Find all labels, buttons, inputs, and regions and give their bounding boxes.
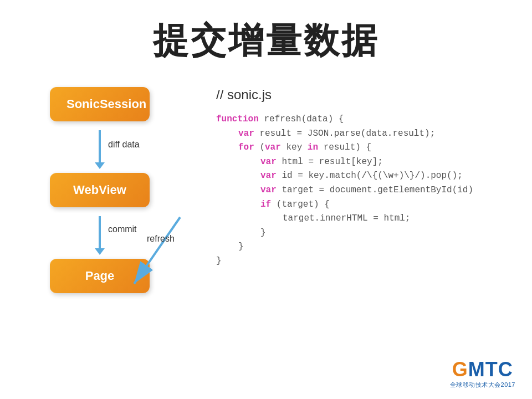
webview-box: WebView [50,173,150,207]
flow-diagram: SonicSession diff data WebView commit Pa… [39,87,194,320]
code-line-3: for (var key in result) { [216,141,532,155]
refresh-label: refresh [147,234,175,244]
diff-data-label: diff data [108,140,140,150]
code-line-2: var result = JSON.parse(data.result); [216,127,532,141]
page-box: Page [50,259,150,293]
sonic-session-box: SonicSession [50,87,150,121]
code-block: function refresh(data) { var result = JS… [216,112,532,269]
arrow-down-2 [99,216,101,249]
gmtc-logo-text: GMTC [452,360,513,380]
code-line-4: var html = result[key]; [216,155,532,170]
code-line-7: if (target) { [216,198,532,212]
code-line-10: } [216,240,532,254]
gmtc-logo: GMTC 全球移动技术大会2017 [450,360,515,389]
code-line-11: } [216,254,532,269]
code-section: // sonic.js function refresh(data) { var… [216,87,532,320]
arrow-down-1 [99,130,101,163]
code-line-9: } [216,226,532,241]
code-line-1: function refresh(data) { [216,112,532,127]
page-title: 提交增量数据 [0,0,532,65]
code-filename: // sonic.js [216,87,532,103]
code-line-8: target.innerHTML = html; [216,212,532,226]
code-line-6: var target = document.getElementById(id) [216,183,532,198]
code-line-5: var id = key.match(/\{(\w+)\}/).pop(); [216,169,532,183]
commit-label: commit [108,224,137,234]
gmtc-logo-subtitle: 全球移动技术大会2017 [450,381,515,389]
main-content: SonicSession diff data WebView commit Pa… [0,87,532,320]
